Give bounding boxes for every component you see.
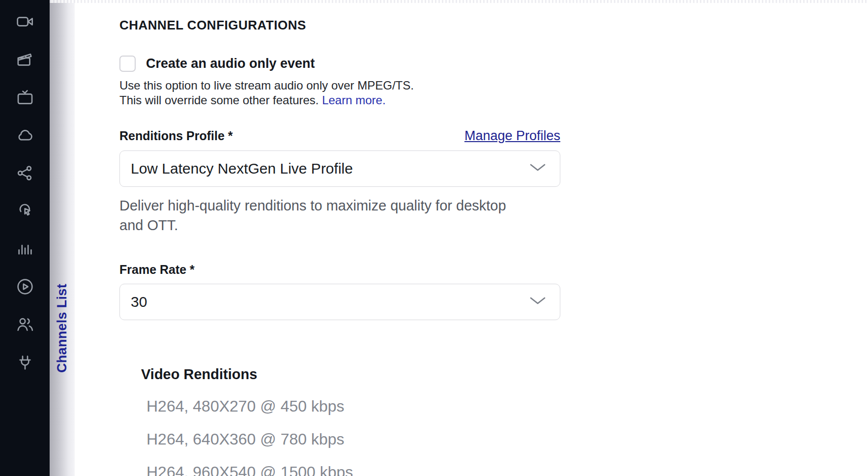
sidebar-item-analytics[interactable] [14,240,36,260]
audio-only-description: Use this option to live stream audio onl… [119,78,868,108]
audio-only-label[interactable]: Create an audio only event [146,56,315,71]
renditions-profile-helper-line1: Deliver high-quality renditions to maxim… [119,198,506,213]
tap-interact-icon [15,201,35,223]
live-tv-icon [15,88,35,109]
audio-only-row: Create an audio only event [119,56,868,72]
renditions-profile-select[interactable]: Low Latency NextGen Live Profile [119,150,560,187]
top-edge-artifact [50,0,868,3]
renditions-profile-header: Renditions Profile * Manage Profiles [119,128,560,144]
frame-rate-select[interactable]: 30 [119,284,560,320]
sidebar-item-share[interactable] [14,164,36,184]
sidebar-item-interactivity[interactable] [14,202,36,222]
page-title: CHANNEL CONFIGURATIONS [119,18,868,33]
video-rendition-item: H264, 640X360 @ 780 kbps [146,430,868,448]
frame-rate-header: Frame Rate * [119,263,560,277]
video-renditions-list: H264, 480X270 @ 450 kbps H264, 640X360 @… [146,397,868,476]
renditions-profile-value: Low Latency NextGen Live Profile [131,160,353,177]
audio-only-description-line2: This will override some other features. [119,93,319,107]
sidebar-rail [0,0,50,476]
cloud-icon [15,125,35,147]
sidebar-item-users[interactable] [14,316,36,335]
sidebar-item-cloud[interactable] [14,126,36,146]
video-renditions-title: Video Renditions [141,366,868,383]
frame-rate-value: 30 [131,294,147,310]
clapperboard-icon [15,50,35,71]
play-circle-icon [15,277,35,298]
channels-list-toggle[interactable]: Channels List [50,284,75,373]
share-icon [15,163,35,185]
sidebar-item-live-tv[interactable] [14,89,36,108]
sidebar-item-media[interactable] [14,51,36,70]
channels-panel-strip: Channels List [50,0,75,476]
renditions-profile-label: Renditions Profile * [119,129,233,143]
video-rendition-item: H264, 480X270 @ 450 kbps [146,397,868,416]
audio-only-description-line1: Use this option to live stream audio onl… [119,79,414,92]
sidebar-item-integrations[interactable] [14,354,36,373]
video-renditions-section: Video Renditions H264, 480X270 @ 450 kbp… [141,366,868,476]
sidebar-item-player[interactable] [14,278,36,298]
users-icon [15,315,35,336]
audio-only-checkbox[interactable] [119,56,136,72]
video-rendition-item: H264, 960X540 @ 1500 kbps [146,463,868,476]
channel-configurations-panel: CHANNEL CONFIGURATIONS Create an audio o… [75,0,868,476]
sidebar-item-video[interactable] [14,13,36,32]
chevron-down-icon [529,163,546,174]
manage-profiles-link[interactable]: Manage Profiles [464,128,560,144]
plug-icon [15,353,35,374]
renditions-profile-helper-line2: and OTT. [119,217,178,233]
frame-rate-label: Frame Rate * [119,263,195,277]
learn-more-link[interactable]: Learn more. [322,93,385,107]
analytics-bars-icon [15,239,35,261]
video-camera-icon [15,12,35,33]
chevron-down-icon [529,297,546,307]
renditions-profile-helper: Deliver high-quality renditions to maxim… [119,196,591,235]
app-window: Channels List CHANNEL CONFIGURATIONS Cre… [0,0,868,476]
